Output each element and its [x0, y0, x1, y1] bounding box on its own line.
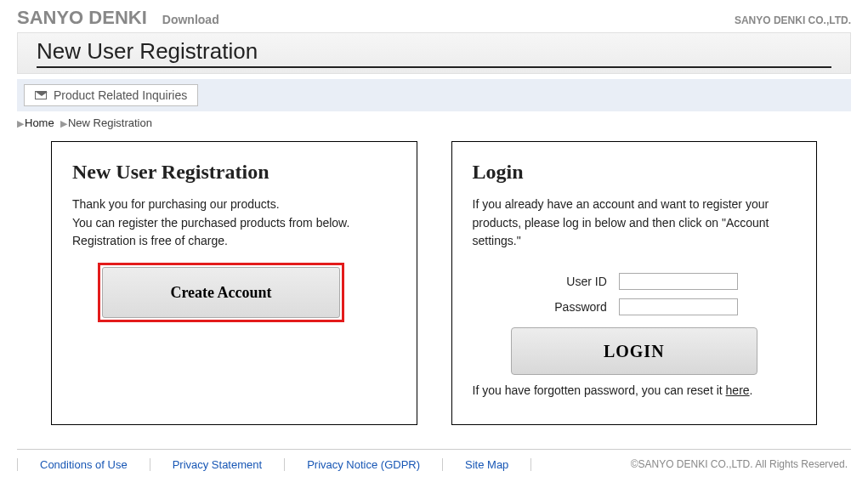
breadcrumb-current: New Registration [68, 116, 152, 129]
password-input[interactable] [619, 298, 738, 315]
forgot-text: If you have forgotten password, you can … [473, 383, 726, 397]
password-label: Password [530, 300, 607, 314]
triangle-icon: ▶ [17, 118, 24, 128]
login-intro: If you already have an account and want … [473, 196, 797, 251]
login-button[interactable]: LOGIN [511, 327, 757, 375]
create-account-highlight: Create Account [98, 263, 344, 322]
footer-copyright: ©SANYO DENKI CO.,LTD. All Rights Reserve… [631, 458, 851, 470]
registration-text-3: Registration is free of charge. [72, 232, 396, 251]
footer-link-conditions[interactable]: Conditions of Use [17, 458, 150, 471]
login-panel: Login If you already have an account and… [451, 141, 818, 425]
registration-text-1: Thank you for purchasing our products. [72, 196, 396, 214]
registration-text-2: You can register the purchased products … [72, 214, 396, 233]
header-subtitle: Download [162, 13, 219, 26]
create-account-button[interactable]: Create Account [102, 267, 340, 318]
forgot-text-post: . [750, 383, 753, 397]
footer-link-sitemap[interactable]: Site Map [443, 458, 531, 471]
mail-icon [35, 91, 47, 99]
header-company: SANYO DENKI CO.,LTD. [735, 14, 851, 26]
breadcrumb: ▶Home ▶New Registration [17, 116, 851, 129]
registration-panel: New User Registration Thank you for purc… [51, 141, 417, 425]
product-inquiries-button[interactable]: Product Related Inquiries [24, 84, 198, 106]
userid-label: User ID [530, 275, 607, 288]
registration-heading: New User Registration [72, 161, 396, 184]
product-inquiries-label: Product Related Inquiries [54, 88, 187, 102]
breadcrumb-home[interactable]: Home [25, 116, 54, 129]
login-heading: Login [473, 161, 797, 184]
footer-link-privacy[interactable]: Privacy Statement [150, 458, 286, 471]
forgot-password-link[interactable]: here [726, 383, 750, 397]
page-title: New User Registration [37, 38, 831, 68]
logo: SANYO DENKI [17, 7, 147, 29]
triangle-icon: ▶ [60, 118, 67, 128]
userid-input[interactable] [619, 273, 738, 290]
footer-link-gdpr[interactable]: Privacy Notice (GDPR) [285, 458, 443, 471]
